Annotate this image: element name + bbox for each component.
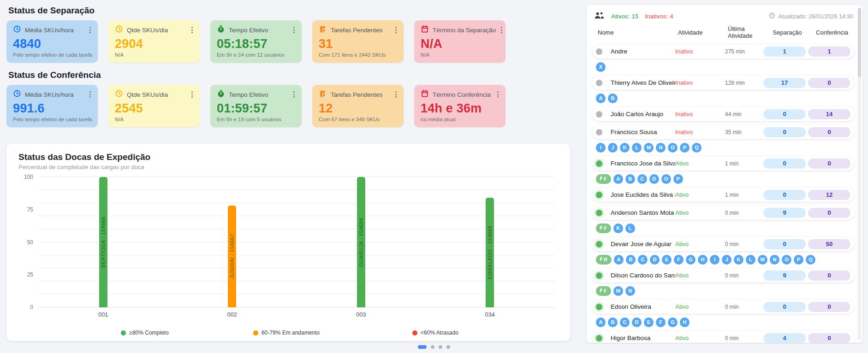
kebab-menu-icon[interactable] [499,25,504,35]
pagination-dot-3[interactable] [439,345,442,349]
kebab-menu-icon[interactable] [88,90,92,99]
zone-badge: N [656,143,666,153]
carousel-pagination [0,345,868,349]
user-name: Francisco Jose da Silva [608,160,675,167]
chart-bar-002[interactable]: JUNDIAI - 154667 [228,206,236,307]
bar-label: JUNDIAI - 154667 [228,206,236,307]
conferencia-count-pill: 50 [808,239,850,249]
kebab-menu-icon[interactable] [394,25,398,35]
section-title: Status de Conferência [8,70,570,80]
separacao-count-pill: 0 [763,190,806,200]
y-axis-tick-label: 50 [27,239,33,246]
kpi-card-tarefas-pendentes: Tarefas Pendentes31Com 171 itens e 2443 … [312,20,404,63]
table-row[interactable]: Devair Jose de AguiarAtivo0 min050 [592,237,854,251]
chart-bar-034[interactable]: EMBALADO - 154668 [486,198,494,307]
y-axis-tick-label: 75 [27,206,33,213]
kpi-card-subtitle: Com 67 itens e 349 SKUs [319,117,398,122]
status-dot-active [596,304,602,310]
kpi-card-subtitle: Em 5h e 19 com 5 usuários [217,117,296,122]
separacao-cell: 0 [762,190,807,200]
separacao-count-pill: 0 [763,239,806,249]
separacao-count-pill: 4 [763,333,806,343]
table-row[interactable]: Francisco SousaInativo35 min00 [592,125,854,139]
clipboard-icon [319,89,327,100]
kpi-card-title: Término Conferência [433,91,492,98]
conferencia-cell: 0 [807,333,851,343]
kebab-menu-icon[interactable] [394,90,398,99]
table-row[interactable]: Jose Euclides da Silva MeloAtivo1 min012 [592,188,854,202]
table-row[interactable]: Higor BarbosaAtivo0 min40 [592,331,854,343]
chart-bar-003[interactable]: GUARUJA - 154684 [357,177,365,307]
kebab-menu-icon[interactable] [292,25,296,35]
chart-bar-001[interactable]: BERTIOGA - 154666 [99,177,107,307]
conferencia-count-pill: 12 [808,190,850,200]
chart-baseline [39,307,554,307]
zone-badge: H [698,255,707,265]
kebab-menu-icon[interactable] [292,90,296,99]
status-dot-inactive [596,129,602,135]
pagination-dot-4[interactable] [446,345,450,349]
kpi-card-header: Tarefas Pendentes [319,89,398,100]
kpi-card-value: 991.6 [13,101,92,116]
user-last-activity: 0 min [725,210,762,216]
clock-icon [115,89,123,100]
stopwatch-icon [217,89,225,100]
table-row[interactable]: Dilson Cardoso do SantosAtivo0 min90 [592,268,854,282]
user-name: Thierry Alves De Oliveira Santos [608,79,675,86]
conferencia-count-pill: 0 [808,78,850,88]
lightning-icon [599,256,603,263]
legend-item: <60% Atrasado [412,329,458,336]
flash-zone-badge: F [596,224,611,233]
separacao-count-pill: 0 [763,159,806,169]
lightning-icon [599,288,603,294]
table-row[interactable]: Edson OliveiraAtivo0 min00 [592,300,854,314]
table-row[interactable]: AndreInativo275 min11 [592,44,854,59]
user-last-activity: 1 min [725,160,762,167]
y-axis-tick-label: 25 [27,271,33,278]
conferencia-count-pill: 0 [808,302,850,312]
status-dot-active [596,241,602,247]
users-panel-header: Ativos: 15 Inativos: 4 Atualizado: 26/01… [592,10,854,25]
zone-badge: N [770,255,779,265]
zone-badge: O [661,174,671,184]
kebab-menu-icon[interactable] [88,25,92,35]
zone-badge: F [656,318,666,327]
zone-badge: O [782,255,791,265]
legend-label: 60-79% Em andamento [262,329,320,336]
table-row[interactable]: Thierry Alves De Oliveira SantosInativo1… [592,76,854,90]
zone-badge: L [746,255,755,265]
user-activity-status: Ativo [675,303,725,310]
zone-badge: C [637,174,647,184]
separacao-cell: 9 [762,208,807,218]
user-last-activity: 0 min [725,304,762,310]
column-header-conferencia: Conferência [810,29,854,36]
pagination-dot-2[interactable] [431,345,434,349]
user-zone-badges: RABCDEFGHIJKLMNOPQ [596,255,854,265]
user-activity-status: Ativo [675,191,725,198]
zone-badge: P [673,174,683,184]
kpi-card-subtitle: N/A [115,52,194,58]
active-users-count: Ativos: 15 [611,13,638,20]
legend-item: ≥80% Completo [121,329,168,336]
chart-gridline [39,203,554,203]
users-table-header: Nome Atividade Última Atividade Separaçã… [592,25,854,44]
panel-scrollbar[interactable] [858,8,861,340]
pagination-dot-1[interactable] [418,345,427,349]
legend-item: 60-79% Em andamento [253,329,320,336]
table-row[interactable]: Anderson Santos MotaAtivo0 min90 [592,206,854,220]
kpi-card-title: Média SKUs/hora [25,91,84,98]
table-row[interactable]: João Carlos AraujoInativo44 min014 [592,107,854,121]
status-dot-active [596,335,602,341]
separacao-cell: 17 [762,78,807,88]
zone-badge: H [680,318,690,327]
conferencia-cell: 0 [807,302,851,312]
separacao-count-pill: 0 [763,127,806,137]
kebab-menu-icon[interactable] [190,25,194,35]
flash-zone-badge: F [596,174,611,184]
kebab-menu-icon[interactable] [190,90,194,99]
table-row[interactable]: Francisco Jose da SilvaAtivo1 min00 [592,156,854,171]
status-dot-inactive [596,111,602,118]
kebab-menu-icon[interactable] [496,90,500,99]
scrollbar-thumb[interactable] [858,8,861,77]
kpi-card-tempo-efetivo: Tempo Efetivo01:59:57Em 5h e 19 com 5 us… [210,85,302,127]
